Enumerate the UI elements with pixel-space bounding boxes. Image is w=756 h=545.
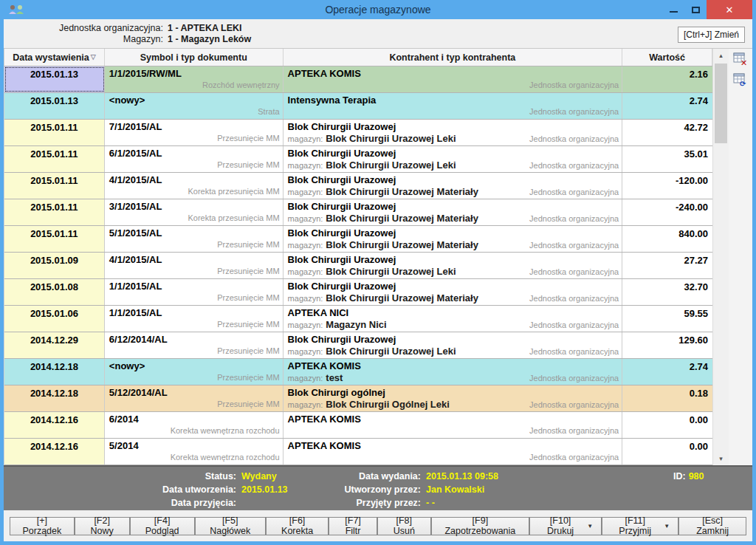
row-date-cell[interactable]: 2015.01.11 [4,173,105,199]
row-symbol-cell[interactable]: 1/1/2015/RW/ML Rozchód wewnętrzny [105,66,284,92]
row-date-cell[interactable]: 2015.01.09 [4,253,105,278]
row-kontrahent-cell[interactable]: Blok Chirurgii Urazowej magazyn:Blok Chi… [284,332,623,358]
row-symbol-cell[interactable]: 1/1/2015/AL Przesunięcie MM [105,306,284,332]
row-symbol-cell[interactable]: <nowy> Przesunięcie MM [105,359,284,385]
przyjmij-button[interactable]: [F11] Przyjmij▼ [602,517,678,535]
table-row[interactable]: 2015.01.13 1/1/2015/RW/ML Rozchód wewnęt… [4,66,712,93]
row-kontrahent-cell[interactable]: Blok Chirurgii Urazowej magazyn:Blok Chi… [284,279,623,305]
row-kontrahent-cell[interactable]: APTEKA NICI magazyn:Magazyn Nici Jednost… [284,306,623,332]
usun-button[interactable]: [F8] Usuń [377,517,431,535]
row-value-cell[interactable]: 2.16 [622,66,712,92]
naglowek-button[interactable]: [F5] Nagłówek [195,517,266,535]
row-kontrahent-cell[interactable]: Blok Chirurgii Urazowej magazyn:Blok Chi… [284,253,623,278]
row-kontrahent-cell[interactable]: Blok Chirurgii Urazowej magazyn:Blok Chi… [284,173,623,199]
row-symbol-cell[interactable]: 6/1/2015/AL Przesunięcie MM [105,146,284,172]
row-date-cell[interactable]: 2015.01.13 [4,93,105,119]
row-value-cell[interactable]: 0.00 [622,412,712,438]
row-symbol-cell[interactable]: 5/12/2014/AL Przesunięcie MM [105,385,284,411]
close-button[interactable]: ✕ [707,0,752,19]
row-value-cell[interactable]: 27.27 [622,253,712,278]
vertical-scrollbar[interactable]: ▴ ▾ [712,49,729,465]
table-row[interactable]: 2014.12.29 6/12/2014/AL Przesunięcie MM … [4,332,712,359]
row-kontrahent-cell[interactable]: APTEKA KOMIS magazyn: Jednostka organiza… [284,66,623,92]
row-symbol-cell[interactable]: 3/1/2015/AL Korekta przesunięcia MM [105,199,284,225]
filtr-button[interactable]: [F7] Filtr [329,517,377,535]
row-value-cell[interactable]: 129.60 [622,332,712,358]
row-date-cell[interactable]: 2015.01.06 [4,306,105,332]
scrollbar-thumb[interactable] [715,64,727,143]
table-row[interactable]: 2014.12.18 5/12/2014/AL Przesunięcie MM … [4,385,712,412]
row-value-cell[interactable]: 2.74 [622,359,712,385]
row-symbol-cell[interactable]: 1/1/2015/AL Przesunięcie MM [105,279,284,305]
scroll-up-icon[interactable]: ▴ [713,49,729,62]
maximize-button[interactable] [684,0,707,19]
table-row[interactable]: 2015.01.08 1/1/2015/AL Przesunięcie MM B… [4,279,712,306]
row-kontrahent-cell[interactable]: Intensywna Terapia magazyn: Jednostka or… [284,93,623,119]
row-kontrahent-cell[interactable]: Blok Chirurgii Urazowej magazyn:Blok Chi… [284,199,623,225]
table-row[interactable]: 2014.12.18 <nowy> Przesunięcie MM APTEKA… [4,359,712,385]
row-date-cell[interactable]: 2015.01.13 [4,66,105,92]
scrollbar-track[interactable] [713,62,729,452]
row-symbol-cell[interactable]: 7/1/2015/AL Przesunięcie MM [105,120,284,145]
scroll-down-icon[interactable]: ▾ [713,452,729,465]
row-symbol-cell[interactable]: 4/1/2015/AL Przesunięcie MM [105,253,284,278]
porzadek-button[interactable]: [+] Porządek [10,517,75,535]
row-kontrahent-cell[interactable]: APTEKA KOMIS magazyn: Jednostka organiza… [284,412,623,438]
row-symbol-cell[interactable]: 4/1/2015/AL Korekta przesunięcia MM [105,173,284,199]
table-row[interactable]: 2014.12.16 5/2014 Korekta wewnętrzna roz… [4,439,712,465]
table-row[interactable]: 2015.01.13 <nowy> Strata Intensywna Tera… [4,93,712,120]
table-row[interactable]: 2015.01.11 5/1/2015/AL Przesunięcie MM B… [4,226,712,253]
zapotrzebowania-button[interactable]: [F9] Zapotrzebowania [431,517,529,535]
table-row[interactable]: 2015.01.06 1/1/2015/AL Przesunięcie MM A… [4,306,712,332]
row-date-cell[interactable]: 2014.12.29 [4,332,105,358]
row-value-cell[interactable]: 59.55 [622,306,712,332]
row-kontrahent-cell[interactable]: APTEKA KOMIS magazyn: Jednostka organiza… [284,439,623,465]
grid-refresh-icon[interactable]: ⟳ [733,72,748,87]
row-date-cell[interactable]: 2015.01.11 [4,226,105,252]
row-value-cell[interactable]: 35.01 [622,146,712,172]
drukuj-button[interactable]: [F10] Drukuj▼ [529,517,602,535]
row-kontrahent-cell[interactable]: APTEKA KOMIS magazyn:test Jednostka orga… [284,359,623,385]
row-kontrahent-cell[interactable]: Blok Chirurgii Urazowej magazyn:Blok Chi… [284,146,623,172]
table-row[interactable]: 2015.01.11 7/1/2015/AL Przesunięcie MM B… [4,120,712,146]
row-value-cell[interactable]: 2.74 [622,93,712,119]
change-context-button[interactable]: [Ctrl+J] Zmień [678,27,745,43]
row-date-cell[interactable]: 2015.01.11 [4,146,105,172]
row-date-cell[interactable]: 2015.01.08 [4,279,105,305]
zamknij-button[interactable]: [Esc] Zamknij [678,517,746,535]
table-row[interactable]: 2015.01.11 4/1/2015/AL Korekta przesunię… [4,173,712,199]
row-value-cell[interactable]: 42.72 [622,120,712,145]
row-value-cell[interactable]: -240.00 [622,199,712,225]
row-value-cell[interactable]: 32.70 [622,279,712,305]
minimize-button[interactable] [662,0,684,19]
column-header-kontrahent[interactable]: Kontrahent i typ kontrahenta [284,49,623,66]
row-date-cell[interactable]: 2014.12.16 [4,439,105,465]
row-date-cell[interactable]: 2014.12.18 [4,385,105,411]
row-value-cell[interactable]: -120.00 [622,173,712,199]
column-header-date[interactable]: Data wystawienia▽ [4,49,105,66]
row-value-cell[interactable]: 0.00 [622,439,712,465]
row-value-cell[interactable]: 840.00 [622,226,712,252]
row-symbol-cell[interactable]: 5/2014 Korekta wewnętrzna rozchodu [105,439,284,465]
korekta-button[interactable]: [F6] Korekta [266,517,329,535]
row-symbol-cell[interactable]: 6/12/2014/AL Przesunięcie MM [105,332,284,358]
podglad-button[interactable]: [F4] Podgląd [130,517,195,535]
column-header-symbol[interactable]: Symbol i typ dokumentu [105,49,284,66]
row-date-cell[interactable]: 2014.12.18 [4,359,105,385]
row-date-cell[interactable]: 2015.01.11 [4,120,105,145]
table-row[interactable]: 2015.01.11 3/1/2015/AL Korekta przesunię… [4,199,712,226]
row-symbol-cell[interactable]: 5/1/2015/AL Przesunięcie MM [105,226,284,252]
row-kontrahent-cell[interactable]: Blok Chirurgii Urazowej magazyn:Blok Chi… [284,226,623,252]
row-date-cell[interactable]: 2014.12.16 [4,412,105,438]
table-row[interactable]: 2014.12.16 6/2014 Korekta wewnętrzna roz… [4,412,712,439]
row-kontrahent-cell[interactable]: Blok Chirurgi ogólnej magazyn:Blok Chiru… [284,385,623,411]
row-value-cell[interactable]: 0.18 [622,385,712,411]
grid-delete-icon[interactable]: ✕ [733,52,748,66]
row-date-cell[interactable]: 2015.01.11 [4,199,105,225]
nowy-button[interactable]: [F2] Nowy [75,517,130,535]
row-symbol-cell[interactable]: 6/2014 Korekta wewnętrzna rozchodu [105,412,284,438]
row-symbol-cell[interactable]: <nowy> Strata [105,93,284,119]
table-row[interactable]: 2015.01.11 6/1/2015/AL Przesunięcie MM B… [4,146,712,173]
table-row[interactable]: 2015.01.09 4/1/2015/AL Przesunięcie MM B… [4,253,712,279]
row-kontrahent-cell[interactable]: Blok Chirurgii Urazowej magazyn:Blok Chi… [284,120,623,145]
